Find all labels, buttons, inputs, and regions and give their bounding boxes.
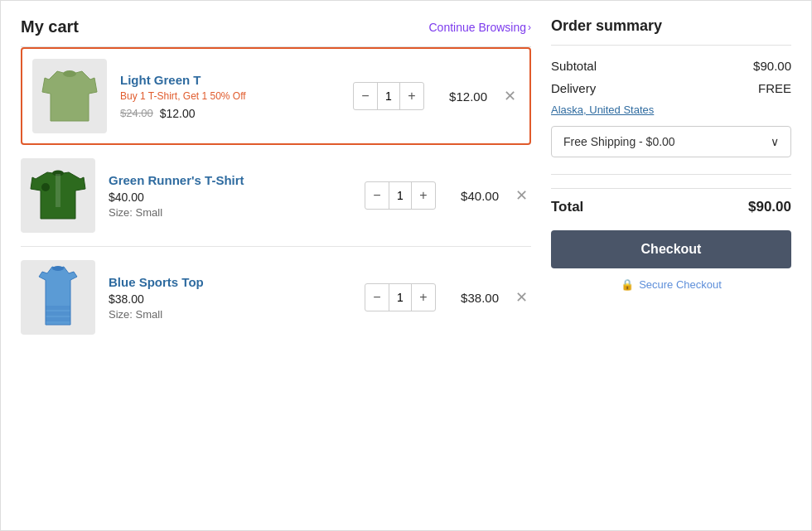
qty-decrease-light-green-t[interactable]: − xyxy=(354,83,377,109)
continue-browsing-label: Continue Browsing xyxy=(428,21,526,34)
svg-point-4 xyxy=(52,266,64,271)
subtotal-label: Subtotal xyxy=(551,59,597,73)
qty-decrease-green-runners-tshirt[interactable]: − xyxy=(365,182,389,209)
item-total-blue-sports-top: $38.00 xyxy=(449,291,499,305)
qty-value-light-green-t: 1 xyxy=(377,83,400,109)
item-image-blue-sports-top xyxy=(21,260,95,335)
remove-green-runners-tshirt[interactable]: ✕ xyxy=(512,183,531,208)
secure-checkout-label: Secure Checkout xyxy=(639,278,722,291)
price-current-light-green-t: $12.00 xyxy=(160,107,196,120)
cart-item-green-runners-tshirt: Green Runner's T-Shirt $40.00 Size: Smal… xyxy=(21,145,531,247)
item-size-blue-sports-top: Size: Small xyxy=(109,308,351,321)
cart-title: My cart xyxy=(21,17,79,36)
total-value: $90.00 xyxy=(748,199,791,215)
delivery-row: Delivery FREE xyxy=(551,81,791,95)
cart-item-light-green-t: Light Green T Buy 1 T-Shirt, Get 1 50% O… xyxy=(21,47,531,145)
qty-control-blue-sports-top: − 1 + xyxy=(365,283,436,311)
total-row: Total $90.00 xyxy=(551,188,791,215)
item-image-light-green-t xyxy=(32,59,107,133)
item-size-green-runners-tshirt: Size: Small xyxy=(109,206,351,219)
item-details-blue-sports-top: Blue Sports Top $38.00 Size: Small xyxy=(109,275,351,321)
summary-divider xyxy=(551,45,791,46)
svg-rect-2 xyxy=(56,174,60,207)
cart-item-blue-sports-top: Blue Sports Top $38.00 Size: Small − 1 +… xyxy=(21,247,531,348)
delivery-location[interactable]: Alaska, United States xyxy=(551,104,791,116)
qty-increase-blue-sports-top[interactable]: + xyxy=(412,284,435,311)
secure-checkout[interactable]: 🔒 Secure Checkout xyxy=(551,278,791,291)
item-name-blue-sports-top: Blue Sports Top xyxy=(109,275,351,289)
item-total-green-runners-tshirt: $40.00 xyxy=(449,189,499,203)
qty-control-light-green-t: − 1 + xyxy=(353,82,424,110)
shipping-dropdown[interactable]: Free Shipping - $0.00 ∨ xyxy=(551,126,791,157)
delivery-label: Delivery xyxy=(551,81,596,95)
price-current-blue-sports-top: $38.00 xyxy=(109,292,351,306)
price-current-green-runners-tshirt: $40.00 xyxy=(109,191,351,204)
svg-point-0 xyxy=(63,70,76,77)
order-summary-title: Order summary xyxy=(551,17,791,35)
continue-browsing-link[interactable]: Continue Browsing › xyxy=(428,21,531,34)
price-original-light-green-t: $24.00 xyxy=(120,107,153,119)
cart-header: My cart Continue Browsing › xyxy=(21,17,531,36)
chevron-down-icon: ∨ xyxy=(771,135,779,148)
svg-point-3 xyxy=(41,183,50,191)
item-details-green-runners-tshirt: Green Runner's T-Shirt $40.00 Size: Smal… xyxy=(109,173,351,219)
item-image-green-runners-tshirt xyxy=(21,158,95,233)
lock-icon: 🔒 xyxy=(621,278,634,291)
item-name-green-runners-tshirt: Green Runner's T-Shirt xyxy=(109,173,351,187)
summary-divider-2 xyxy=(551,174,791,175)
qty-control-green-runners-tshirt: − 1 + xyxy=(365,181,436,210)
qty-increase-light-green-t[interactable]: + xyxy=(400,83,423,109)
qty-increase-green-runners-tshirt[interactable]: + xyxy=(412,182,435,209)
item-name-light-green-t: Light Green T xyxy=(120,73,340,87)
item-promo-light-green-t: Buy 1 T-Shirt, Get 1 50% Off xyxy=(120,90,340,102)
qty-value-green-runners-tshirt: 1 xyxy=(389,182,412,209)
shipping-option-label: Free Shipping - $0.00 xyxy=(563,135,675,148)
subtotal-row: Subtotal $90.00 xyxy=(551,59,791,73)
total-label: Total xyxy=(551,199,583,215)
order-summary-section: Order summary Subtotal $90.00 Delivery F… xyxy=(551,17,791,514)
delivery-value: FREE xyxy=(758,81,791,95)
chevron-right-icon: › xyxy=(528,22,531,33)
subtotal-value: $90.00 xyxy=(753,59,791,73)
item-total-light-green-t: $12.00 xyxy=(437,89,487,104)
remove-light-green-t[interactable]: ✕ xyxy=(500,84,520,109)
cart-section: My cart Continue Browsing › Light Green … xyxy=(21,17,531,514)
item-details-light-green-t: Light Green T Buy 1 T-Shirt, Get 1 50% O… xyxy=(120,73,340,120)
remove-blue-sports-top[interactable]: ✕ xyxy=(512,285,531,310)
qty-value-blue-sports-top: 1 xyxy=(389,284,412,311)
qty-decrease-blue-sports-top[interactable]: − xyxy=(365,284,389,311)
checkout-button[interactable]: Checkout xyxy=(551,230,791,268)
item-price-row-light-green-t: $24.00 $12.00 xyxy=(120,107,340,120)
